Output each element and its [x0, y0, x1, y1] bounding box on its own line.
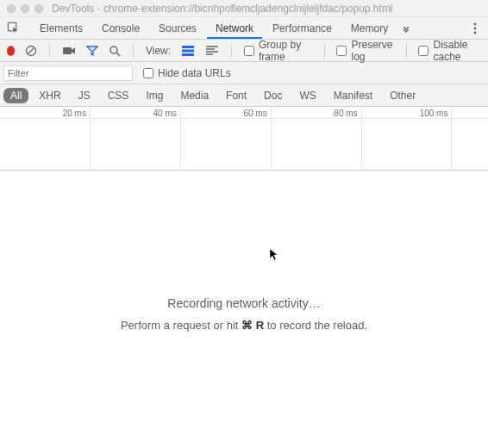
inspect-element-icon[interactable] — [5, 21, 21, 36]
divider — [49, 44, 50, 58]
tab-performance[interactable]: Performance — [264, 18, 341, 39]
divider — [133, 44, 134, 58]
cursor-icon — [269, 248, 279, 264]
svg-rect-10 — [182, 49, 194, 52]
type-ws[interactable]: WS — [292, 88, 322, 103]
traffic-light-zoom[interactable] — [34, 4, 43, 13]
more-tabs-icon[interactable] — [398, 24, 414, 33]
type-manifest[interactable]: Manifest — [327, 88, 379, 103]
svg-point-2 — [474, 27, 477, 29]
divider — [406, 44, 407, 58]
svg-line-8 — [116, 53, 120, 56]
svg-rect-12 — [206, 46, 218, 47]
disable-cache-label: Disable cache — [433, 39, 481, 63]
hide-data-urls-checkbox[interactable]: Hide data URLs — [143, 67, 231, 79]
network-toolbar: View: Group by frame Preserve log Disabl… — [0, 40, 488, 62]
search-icon[interactable] — [109, 44, 121, 58]
timeline-tick: 40 ms — [153, 109, 177, 118]
svg-point-1 — [474, 22, 477, 25]
empty-sub-after: to record the reload. — [264, 319, 367, 332]
timeline-tick: 80 ms — [334, 109, 357, 118]
type-img[interactable]: Img — [139, 88, 170, 103]
disable-cache-input[interactable] — [418, 46, 429, 56]
svg-rect-6 — [63, 47, 72, 54]
svg-rect-13 — [206, 48, 215, 50]
preserve-log-label: Preserve log — [351, 39, 393, 63]
tab-sources[interactable]: Sources — [150, 18, 205, 39]
type-media[interactable]: Media — [173, 88, 216, 103]
tab-memory[interactable]: Memory — [342, 18, 397, 39]
svg-rect-15 — [206, 53, 213, 55]
timeline-tick: 100 ms — [420, 109, 448, 118]
hide-data-urls-input[interactable] — [143, 68, 153, 78]
clear-icon[interactable] — [25, 44, 37, 58]
large-rows-icon[interactable] — [181, 44, 195, 58]
traffic-light-close[interactable] — [7, 4, 16, 13]
svg-rect-14 — [206, 51, 218, 53]
type-js[interactable]: JS — [72, 88, 97, 103]
waterfall-icon[interactable] — [205, 44, 219, 58]
requests-pane: Recording network activity… Perform a re… — [0, 171, 488, 448]
empty-subtitle: Perform a request or hit ⌘ R to record t… — [0, 319, 488, 332]
svg-rect-11 — [182, 53, 194, 56]
type-xhr[interactable]: XHR — [32, 88, 67, 103]
tab-console[interactable]: Console — [93, 18, 148, 39]
window-titlebar: DevTools - chrome-extension://bicnhpofle… — [0, 0, 488, 17]
disable-cache-checkbox[interactable]: Disable cache — [418, 39, 481, 63]
tab-elements[interactable]: Elements — [31, 18, 91, 39]
camera-icon[interactable] — [62, 44, 76, 58]
preserve-log-checkbox[interactable]: Preserve log — [336, 39, 393, 63]
devtools-tabbar: Elements Console Sources Network Perform… — [0, 17, 488, 40]
divider — [231, 44, 232, 58]
svg-line-5 — [28, 47, 34, 53]
filter-icon[interactable] — [86, 44, 98, 58]
shortcut-key: ⌘ R — [241, 319, 264, 332]
type-all[interactable]: All — [3, 88, 28, 103]
filter-input[interactable] — [3, 65, 133, 81]
kebab-menu-icon[interactable] — [467, 22, 483, 34]
type-doc[interactable]: Doc — [257, 88, 289, 103]
empty-sub-before: Perform a request or hit — [121, 319, 241, 332]
type-css[interactable]: CSS — [101, 88, 136, 103]
view-label: View: — [146, 45, 171, 57]
hide-data-urls-label: Hide data URLs — [158, 67, 231, 79]
empty-title: Recording network activity… — [0, 296, 488, 310]
type-other[interactable]: Other — [383, 88, 422, 103]
window-title: DevTools - chrome-extension://bicnhpofle… — [52, 3, 481, 15]
empty-state: Recording network activity… Perform a re… — [0, 296, 488, 332]
svg-rect-9 — [182, 46, 194, 48]
timeline-tick: 60 ms — [243, 109, 266, 118]
record-button[interactable] — [7, 46, 15, 56]
svg-point-7 — [110, 47, 117, 53]
filter-bar: Hide data URLs — [0, 62, 488, 84]
svg-point-3 — [474, 31, 477, 34]
tab-network[interactable]: Network — [207, 18, 262, 39]
group-by-frame-checkbox[interactable]: Group by frame — [244, 39, 312, 63]
timeline-tick: 20 ms — [63, 109, 86, 118]
group-by-frame-label: Group by frame — [259, 39, 312, 63]
divider — [324, 44, 325, 58]
type-filter-bar: All XHR JS CSS Img Media Font Doc WS Man… — [0, 84, 488, 107]
traffic-light-minimize[interactable] — [21, 4, 29, 13]
type-font[interactable]: Font — [219, 88, 253, 103]
group-by-frame-input[interactable] — [244, 46, 254, 56]
preserve-log-input[interactable] — [336, 46, 347, 56]
timeline-overview[interactable]: 20 ms 40 ms 60 ms 80 ms 100 ms — [0, 107, 488, 171]
